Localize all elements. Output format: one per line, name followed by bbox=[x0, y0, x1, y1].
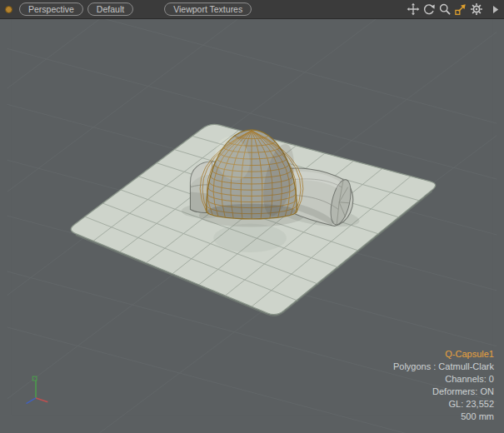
gear-icon[interactable] bbox=[470, 2, 483, 16]
viewport-canvas[interactable]: Q-Capsule1 Polygons : Catmull-Clark Chan… bbox=[0, 19, 504, 433]
shading-default-button[interactable]: Default bbox=[87, 2, 133, 16]
viewport-toolbar: Perspective Default Viewport Textures bbox=[0, 0, 504, 19]
viewport-menu-dot[interactable] bbox=[5, 6, 12, 13]
viewport-textures-button[interactable]: Viewport Textures bbox=[164, 2, 252, 16]
pan-icon[interactable] bbox=[407, 2, 420, 16]
scene-svg bbox=[0, 19, 504, 433]
perspective-button[interactable]: Perspective bbox=[19, 2, 83, 16]
zoom-icon[interactable] bbox=[438, 2, 452, 16]
panel-expand-icon[interactable] bbox=[492, 3, 500, 16]
rotate-icon[interactable] bbox=[422, 2, 436, 16]
viewport-tools bbox=[407, 2, 500, 16]
3d-viewport-window: Perspective Default Viewport Textures bbox=[0, 0, 504, 433]
fit-selected-icon[interactable] bbox=[454, 2, 467, 16]
